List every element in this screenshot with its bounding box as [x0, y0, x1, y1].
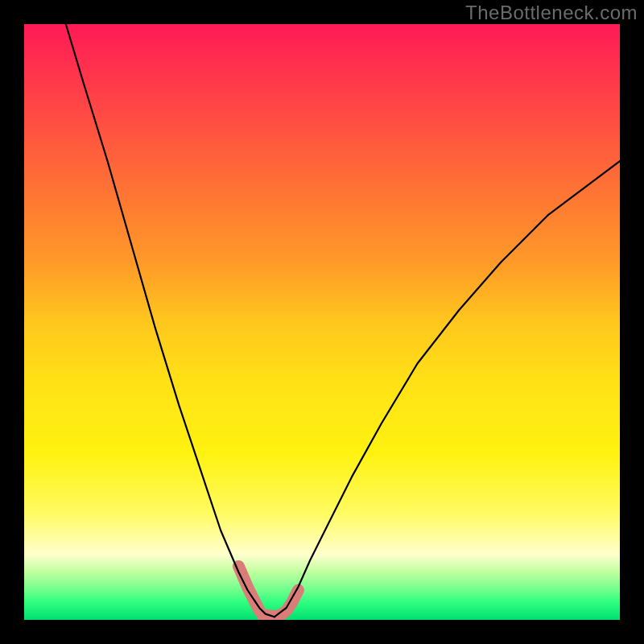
- watermark-text: TheBottleneck.com: [465, 2, 638, 24]
- curve-left: [66, 24, 275, 617]
- plot-area: [24, 24, 620, 620]
- curve-right: [275, 161, 620, 617]
- curves-svg: [24, 24, 620, 620]
- chart-frame: TheBottleneck.com: [0, 0, 644, 644]
